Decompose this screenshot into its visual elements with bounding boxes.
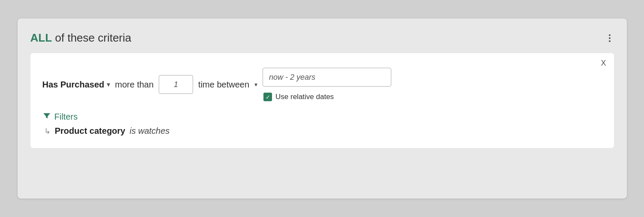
header-title: ALL of these criteria bbox=[30, 31, 132, 45]
header-row: ALL of these criteria bbox=[30, 31, 614, 45]
kebab-menu-button[interactable] bbox=[605, 33, 614, 44]
has-purchased-dropdown[interactable]: Has Purchased ▾ bbox=[42, 80, 110, 90]
has-purchased-label: Has Purchased bbox=[42, 80, 105, 90]
filters-label: Filters bbox=[54, 112, 78, 122]
use-relative-dates-label: Use relative dates bbox=[275, 93, 334, 101]
header-rest: of these criteria bbox=[52, 31, 131, 44]
kebab-dot-1 bbox=[609, 34, 611, 36]
inner-card: X Has Purchased ▾ more than time between… bbox=[30, 53, 614, 148]
date-range-input[interactable] bbox=[263, 68, 391, 87]
kebab-dot-3 bbox=[609, 40, 611, 42]
all-label: ALL bbox=[30, 31, 52, 44]
has-purchased-chevron-icon: ▾ bbox=[107, 81, 110, 88]
filters-section: Filters ↳ Product category is watches bbox=[42, 112, 602, 136]
product-category-row: ↳ Product category is watches bbox=[44, 126, 602, 136]
time-between-label: time between bbox=[198, 80, 249, 90]
criteria-container: ALL of these criteria X Has Purchased ▾ … bbox=[18, 18, 627, 199]
time-between-dropdown[interactable]: ▾ bbox=[254, 81, 257, 88]
checkmark-icon: ✓ bbox=[266, 94, 270, 100]
use-relative-dates-checkbox[interactable]: ✓ bbox=[263, 93, 272, 101]
more-than-label: more than bbox=[115, 80, 154, 90]
filters-row[interactable]: Filters bbox=[42, 112, 602, 122]
product-category-label: Product category bbox=[55, 126, 125, 136]
kebab-dot-2 bbox=[609, 37, 611, 39]
criteria-row: Has Purchased ▾ more than time between ▾… bbox=[42, 68, 602, 101]
date-range-col: ✓ Use relative dates bbox=[263, 68, 391, 101]
arrow-right-icon: ↳ bbox=[44, 127, 51, 136]
filter-icon bbox=[42, 112, 51, 122]
relative-dates-row: ✓ Use relative dates bbox=[263, 93, 334, 101]
count-input[interactable] bbox=[159, 75, 193, 94]
close-button[interactable]: X bbox=[601, 59, 606, 67]
time-between-chevron-icon: ▾ bbox=[254, 81, 257, 88]
product-category-value: is watches bbox=[130, 126, 169, 136]
